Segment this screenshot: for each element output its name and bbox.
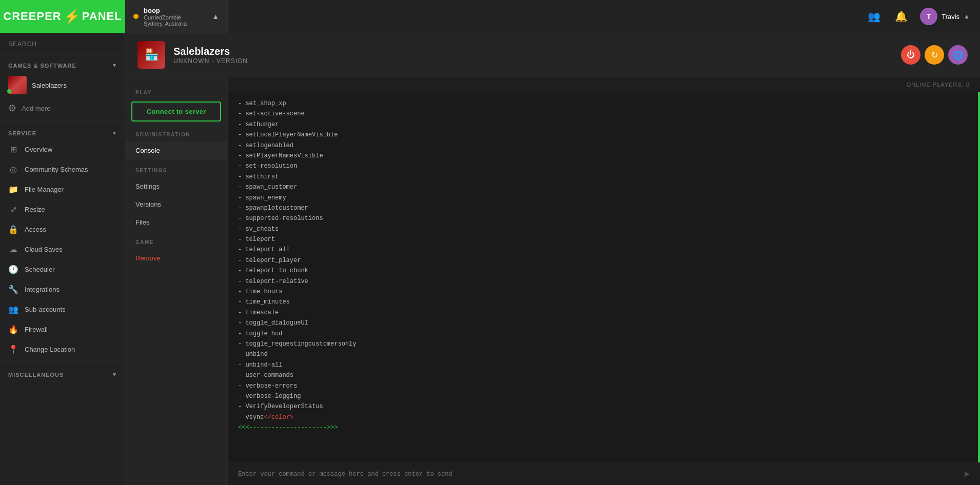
logo-area: CREEPER ⚡ PANEL [0, 0, 125, 33]
console-line: - setLocalPlayerNameVisible [238, 130, 968, 140]
server-sub2: Sydney, Australia [144, 21, 207, 27]
sidebar-item-firewall[interactable]: 🔥 Firewall [0, 319, 125, 339]
settings-nav-item[interactable]: Settings [125, 177, 227, 195]
console-input-row: ➤ [228, 462, 980, 485]
console-line: - timescale [238, 308, 968, 318]
sidebar-item-sub-accounts[interactable]: 👥 Sub-accounts [0, 299, 125, 319]
console-line: - sethunger [238, 119, 968, 130]
resize-label: Resize [25, 206, 45, 213]
console-line: - teleport_player [238, 255, 968, 266]
sub-accounts-label: Sub-accounts [25, 306, 66, 313]
console-line: - time_minutes [238, 297, 968, 307]
firewall-label: Firewall [25, 326, 48, 333]
files-nav-item[interactable]: Files [125, 213, 227, 231]
console-line: - toggle_requestingcustomersonly [238, 339, 968, 349]
online-players-count: 0 [966, 82, 970, 88]
server-selector[interactable]: boop CurriedZombie Sydney, Australia ▲ [125, 0, 228, 33]
scheduler-label: Scheduler [25, 266, 55, 273]
green-border-line [978, 92, 980, 462]
left-panel: PLAY Connect to server ADMINISTRATION Co… [125, 77, 228, 485]
scheduler-icon: 🕐 [8, 265, 18, 274]
sidebar-item-community-schemas[interactable]: ◎ Community Schemas [0, 159, 125, 179]
content-area: 🏪 Saleblazers UNKNOWN - VERSION ⏻ ↻ 🌐 PL… [125, 33, 980, 485]
sidebar-item-integrations[interactable]: 🔧 Integrations [0, 279, 125, 299]
remove-button[interactable]: Remove [125, 249, 227, 267]
games-software-section-header: GAMES & SOFTWARE ▾ [0, 55, 125, 72]
console-line: - spawnplotcustomer [238, 203, 968, 213]
console-line: - user-commands [238, 370, 968, 380]
sidebar-divider [0, 120, 125, 120]
console-output: - set_shop_xp- set-active-scene- sethung… [228, 92, 978, 462]
sidebar-item-scheduler[interactable]: 🕐 Scheduler [0, 259, 125, 279]
sidebar-item-overview[interactable]: ⊞ Overview [0, 139, 125, 159]
connect-to-server-button[interactable]: Connect to server [131, 102, 221, 122]
user-area[interactable]: T Travis ▲ [920, 8, 970, 25]
server-header-actions: ⏻ ↻ 🌐 [901, 45, 968, 65]
restart-button[interactable]: ↻ [925, 45, 944, 65]
games-section-chevron: ▾ [113, 62, 116, 69]
console-line: - teleport_all [238, 245, 968, 255]
overview-icon: ⊞ [8, 145, 18, 154]
world-button[interactable]: 🌐 [948, 45, 968, 65]
console-line: - spawn_customer [238, 182, 968, 192]
console-line: - time_hours [238, 287, 968, 297]
cloud-saves-icon: ☁ [8, 245, 18, 254]
community-schemas-label: Community Schemas [25, 166, 88, 173]
sidebar-item-cloud-saves[interactable]: ☁ Cloud Saves [0, 239, 125, 259]
avatar-initial: T [927, 12, 931, 21]
console-line: - sv_cheats [238, 224, 968, 234]
send-icon[interactable]: ➤ [963, 469, 970, 479]
sidebar: GAMES & SOFTWARE ▾ Saleblazers ⚙ Add mor… [0, 33, 125, 485]
sidebar-item-resize[interactable]: ⤢ Resize [0, 199, 125, 219]
game-name-label: Saleblazers [32, 82, 67, 89]
server-selector-chevron: ▲ [212, 12, 219, 21]
server-header: 🏪 Saleblazers UNKNOWN - VERSION ⏻ ↻ 🌐 [125, 33, 980, 77]
console-arrow-line: <<<--------------------->>> [238, 422, 968, 433]
change-location-icon: 📍 [8, 345, 18, 354]
search-area[interactable] [0, 33, 125, 55]
sidebar-item-change-location[interactable]: 📍 Change Location [0, 339, 125, 359]
sidebar-divider2 [0, 361, 125, 362]
add-more-label: Add more [22, 105, 50, 112]
sidebar-item-saleblazers[interactable]: Saleblazers [0, 72, 125, 98]
server-info: boop CurriedZombie Sydney, Australia [144, 7, 207, 27]
file-manager-icon: 📁 [8, 185, 18, 194]
server-status-dot [133, 14, 139, 19]
console-line: - set-resolution [238, 161, 968, 171]
console-nav-item[interactable]: Console [125, 142, 227, 159]
versions-nav-item[interactable]: Versions [125, 195, 227, 213]
console-line: - teleport-relative [238, 276, 968, 287]
top-header: CREEPER ⚡ PANEL boop CurriedZombie Sydne… [0, 0, 980, 33]
sidebar-item-access[interactable]: 🔒 Access [0, 219, 125, 239]
overview-label: Overview [25, 146, 52, 153]
server-game-thumb: 🏪 [138, 41, 165, 69]
user-name-label: Travis [942, 13, 959, 21]
console-line: - verbose-logging [238, 391, 968, 401]
console-line: - unbind [238, 349, 968, 359]
access-icon: 🔒 [8, 225, 18, 234]
change-location-label: Change Location [25, 346, 75, 353]
miscellaneous-section-header: MISCELLANEOUS ▾ [0, 364, 125, 381]
sub-accounts-icon: 👥 [8, 305, 18, 314]
game-online-indicator [7, 89, 11, 93]
server-sub1: CurriedZombie [144, 14, 207, 21]
power-button[interactable]: ⏻ [901, 45, 920, 65]
notifications-bell-btn[interactable]: 🔔 [893, 8, 910, 25]
search-input[interactable] [8, 41, 116, 48]
cloud-saves-label: Cloud Saves [25, 246, 63, 253]
server-header-version: UNKNOWN - VERSION [173, 57, 248, 65]
users-icon-btn[interactable]: 👥 [866, 8, 883, 25]
console-input[interactable] [238, 471, 958, 478]
play-section-label: PLAY [125, 86, 227, 99]
sidebar-item-file-manager[interactable]: 📁 File Manager [0, 179, 125, 199]
console-line: - spawn_enemy [238, 193, 968, 203]
service-section-chevron: ▾ [113, 130, 116, 136]
console-line: - setPlayerNamesVisible [238, 151, 968, 161]
header-right: 👥 🔔 T Travis ▲ [228, 0, 980, 33]
logo-text2: PANEL [82, 10, 122, 23]
settings-section-label: SETTINGS [125, 164, 227, 177]
add-more-item[interactable]: ⚙ Add more [0, 98, 125, 118]
logo-icon: ⚡ [64, 9, 80, 25]
integrations-label: Integrations [25, 286, 60, 293]
game-section-label: GAME [125, 235, 227, 249]
